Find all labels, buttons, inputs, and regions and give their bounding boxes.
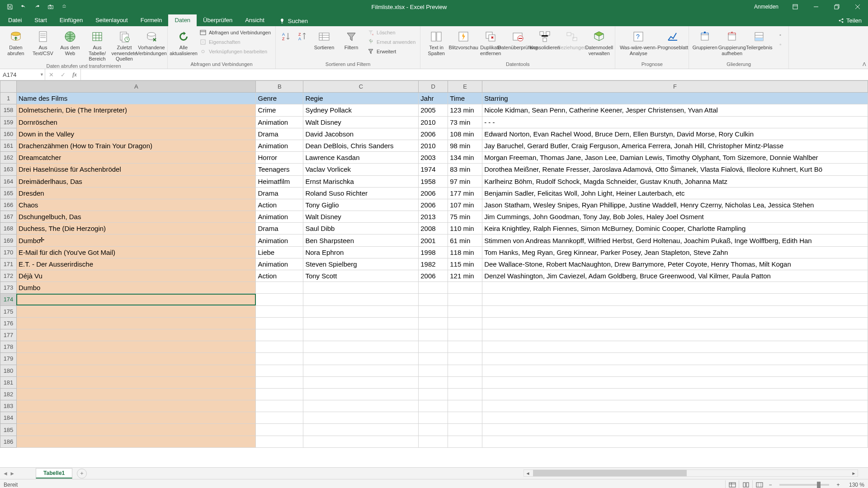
recent-sources-button[interactable]: Zuletzt verwendete Quellen bbox=[111, 28, 137, 63]
cell-B160[interactable]: Drama bbox=[256, 128, 303, 140]
normal-view-button[interactable] bbox=[725, 480, 739, 488]
cell-C163[interactable]: Vaclav Vorlicek bbox=[303, 164, 419, 175]
zoom-slider-thumb[interactable] bbox=[817, 482, 821, 488]
cell-D174[interactable] bbox=[419, 294, 448, 305]
cell-F182[interactable] bbox=[482, 388, 868, 400]
cell-E175[interactable] bbox=[448, 305, 482, 317]
cell-A166[interactable]: Chaos bbox=[16, 199, 255, 211]
formula-bar[interactable] bbox=[81, 69, 868, 80]
cell-D172[interactable]: 2006 bbox=[419, 270, 448, 282]
cell-A171[interactable]: E.T. - Der Ausserirdische bbox=[16, 258, 255, 270]
clear-filter-button[interactable]: Löschen bbox=[365, 28, 417, 37]
advanced-filter-button[interactable]: Erweitert bbox=[365, 47, 417, 56]
cell-F174[interactable] bbox=[482, 294, 868, 305]
cell-A183[interactable] bbox=[16, 400, 255, 412]
cell-C181[interactable] bbox=[303, 376, 419, 388]
flash-fill-button[interactable]: Blitzvorschau bbox=[450, 28, 476, 52]
cell-D178[interactable] bbox=[419, 341, 448, 353]
close-button[interactable] bbox=[847, 0, 868, 14]
row-header-179[interactable]: 179 bbox=[0, 353, 17, 365]
cell-E169[interactable]: 61 min bbox=[448, 235, 482, 246]
properties-button[interactable]: Eigenschaften bbox=[198, 38, 273, 47]
cell-A176[interactable] bbox=[16, 317, 255, 329]
cell-F179[interactable] bbox=[482, 353, 868, 365]
cell-C169[interactable]: Ben Sharpsteen bbox=[303, 235, 419, 246]
cell-C1[interactable]: Regie bbox=[303, 93, 419, 104]
cell-D158[interactable]: 2005 bbox=[419, 104, 448, 116]
cell-C160[interactable]: David Jacobson bbox=[303, 128, 419, 140]
tab-datei[interactable]: Datei bbox=[2, 14, 28, 26]
cell-B174[interactable] bbox=[256, 294, 303, 305]
cell-D159[interactable]: 2010 bbox=[419, 116, 448, 128]
maximize-button[interactable] bbox=[826, 0, 847, 14]
row-header-168[interactable]: 168 bbox=[0, 223, 17, 235]
cell-D169[interactable]: 2001 bbox=[419, 235, 448, 246]
row-header-165[interactable]: 165 bbox=[0, 187, 17, 199]
zoom-in-button[interactable]: + bbox=[834, 482, 843, 488]
cancel-formula-button[interactable]: ✕ bbox=[45, 71, 57, 78]
cell-F169[interactable]: Stimmen von Andreas Mannkopff, Wilfried … bbox=[482, 235, 868, 246]
cell-F162[interactable]: Morgan Freeman, Thomas Jane, Jason Lee, … bbox=[482, 152, 868, 164]
row-header-1[interactable]: 1 bbox=[0, 93, 17, 104]
row-header-163[interactable]: 163 bbox=[0, 164, 17, 175]
cell-B161[interactable]: Animation bbox=[256, 140, 303, 151]
cell-E186[interactable] bbox=[448, 436, 482, 447]
cell-C174[interactable] bbox=[303, 294, 419, 305]
horizontal-scrollbar[interactable]: ◄ ► bbox=[524, 469, 858, 477]
consolidate-button[interactable]: Konsolidieren bbox=[532, 28, 558, 52]
tab-daten[interactable]: Daten bbox=[168, 14, 197, 26]
tab-formeln[interactable]: Formeln bbox=[134, 14, 169, 26]
cell-A161[interactable]: Drachenzähmen (How to Train Your Dragon) bbox=[16, 140, 255, 151]
show-detail-button[interactable]: ▪ bbox=[775, 30, 786, 39]
cell-B165[interactable]: Drama bbox=[256, 187, 303, 199]
cell-A160[interactable]: Down in the Valley bbox=[16, 128, 255, 140]
ungroup-button[interactable]: Gruppierung aufheben bbox=[719, 28, 745, 57]
cell-B186[interactable] bbox=[256, 436, 303, 447]
row-header-178[interactable]: 178 bbox=[0, 341, 17, 353]
cell-A174[interactable] bbox=[16, 294, 255, 305]
cell-B169[interactable]: Animation bbox=[256, 235, 303, 246]
row-header-164[interactable]: 164 bbox=[0, 175, 17, 187]
scrollbar-thumb[interactable] bbox=[533, 470, 687, 476]
cell-E162[interactable]: 134 min bbox=[448, 152, 482, 164]
cell-C164[interactable]: Ernst Marischka bbox=[303, 175, 419, 187]
cell-F185[interactable] bbox=[482, 424, 868, 436]
text-to-columns-button[interactable]: Text in Spalten bbox=[423, 28, 449, 57]
filter-button[interactable]: Filtern bbox=[338, 28, 364, 52]
cell-C180[interactable] bbox=[303, 365, 419, 376]
cell-E176[interactable] bbox=[448, 317, 482, 329]
cell-F165[interactable]: Benjamin Sadler, Felicitas Woll, John Li… bbox=[482, 187, 868, 199]
signin-button[interactable]: Anmelden bbox=[748, 4, 785, 10]
cell-D164[interactable]: 1958 bbox=[419, 175, 448, 187]
row-header-186[interactable]: 186 bbox=[0, 436, 17, 447]
cell-B159[interactable]: Animation bbox=[256, 116, 303, 128]
subtotal-button[interactable]: Teilergebnis bbox=[746, 28, 772, 52]
cell-B178[interactable] bbox=[256, 341, 303, 353]
zoom-value[interactable]: 130 % bbox=[843, 482, 864, 488]
sheet-tab-tabelle1[interactable]: Tabelle1 bbox=[36, 468, 72, 479]
what-if-analysis-button[interactable]: ?Was-wäre-wenn-Analyse bbox=[618, 28, 659, 57]
cell-A180[interactable] bbox=[16, 365, 255, 376]
cell-A177[interactable] bbox=[16, 329, 255, 341]
cell-E174[interactable] bbox=[448, 294, 482, 305]
scroll-right-button[interactable]: ► bbox=[850, 470, 858, 476]
save-button[interactable] bbox=[4, 1, 16, 12]
tab-seitenlayout[interactable]: Seitenlayout bbox=[89, 14, 134, 26]
cell-D182[interactable] bbox=[419, 388, 448, 400]
forecast-sheet-button[interactable]: Prognoseblatt bbox=[660, 28, 686, 52]
cell-D181[interactable] bbox=[419, 376, 448, 388]
cell-F168[interactable]: Keira Knightley, Ralph Fiennes, Simon Mc… bbox=[482, 223, 868, 235]
cell-D170[interactable]: 1998 bbox=[419, 246, 448, 258]
cell-B168[interactable]: Drama bbox=[256, 223, 303, 235]
cell-A186[interactable] bbox=[16, 436, 255, 447]
page-layout-view-button[interactable] bbox=[739, 480, 752, 488]
row-header-160[interactable]: 160 bbox=[0, 128, 17, 140]
existing-connections-button[interactable]: Vorhandene Verbindungen bbox=[138, 28, 165, 57]
cell-A179[interactable] bbox=[16, 353, 255, 365]
cell-B171[interactable]: Animation bbox=[256, 258, 303, 270]
cell-A1[interactable]: Name des Films bbox=[16, 93, 255, 104]
cell-D166[interactable]: 2006 bbox=[419, 199, 448, 211]
cell-F158[interactable]: Nicole Kidman, Sean Penn, Catherine Keen… bbox=[482, 104, 868, 116]
cell-B176[interactable] bbox=[256, 317, 303, 329]
cell-E160[interactable]: 108 min bbox=[448, 128, 482, 140]
